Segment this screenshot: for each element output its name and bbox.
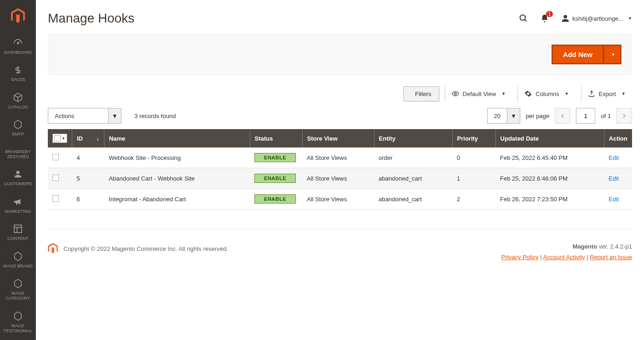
- hooks-table: ▼ ID ↓ Name Status Store View Entity Pri…: [48, 129, 632, 210]
- privacy-link[interactable]: Privacy Policy: [501, 254, 539, 261]
- per-page-label: per page: [526, 113, 549, 119]
- magento-logo[interactable]: [0, 0, 36, 32]
- layout-icon: [13, 224, 23, 234]
- svg-line-5: [525, 20, 527, 22]
- cell-action: Edit: [604, 147, 632, 168]
- export-selector[interactable]: Export ▼: [581, 86, 632, 102]
- checkbox-icon: [54, 135, 61, 142]
- pager-next[interactable]: [616, 108, 632, 124]
- eye-icon: [452, 90, 459, 97]
- edit-link[interactable]: Edit: [609, 175, 619, 182]
- col-status[interactable]: Status: [250, 129, 302, 147]
- checkbox-icon: [52, 175, 59, 181]
- sidebar-item-dashboard[interactable]: DASHBOARD: [0, 32, 36, 59]
- hex-icon: [13, 278, 23, 289]
- sidebar-item-mage-category[interactable]: MAGE CATEGORY: [0, 273, 36, 306]
- sidebar-item-catalog[interactable]: CATALOG: [0, 87, 36, 114]
- add-new-button[interactable]: Add New: [552, 45, 604, 64]
- sidebar-item-label: CATALOG: [8, 104, 28, 109]
- view-label: Default View: [463, 91, 496, 97]
- sidebar-item-label: BRANDS(BY ZESTARD): [2, 149, 34, 159]
- col-entity[interactable]: Entity: [374, 129, 452, 147]
- sidebar-item-mage-brand[interactable]: MAGE BRAND: [0, 246, 36, 273]
- sidebar-item-label: CONTENT: [7, 236, 29, 241]
- sort-icon: ↓: [96, 135, 99, 142]
- sidebar-item-label: MAGE CATEGORY: [2, 290, 34, 301]
- cell-name: Abandoned Cart - Webhook Site: [104, 168, 250, 189]
- chevron-down-icon: ▼: [108, 108, 121, 123]
- view-selector[interactable]: Default View ▼: [445, 86, 512, 102]
- cell-priority: 0: [452, 147, 495, 168]
- svg-point-4: [520, 15, 526, 21]
- notifications-icon[interactable]: 1: [540, 14, 549, 23]
- sidebar: DASHBOARDSALESCATALOGSMTPBRANDS(BY ZESTA…: [0, 0, 36, 340]
- sidebar-item-label: SALES: [11, 77, 25, 82]
- cell-name: Webhook Site - Processing: [104, 147, 250, 168]
- col-updated[interactable]: Updated Date: [495, 129, 604, 147]
- cube-icon: [13, 92, 23, 102]
- row-checkbox[interactable]: [48, 189, 72, 210]
- sidebar-item-brands-by-zestard-[interactable]: BRANDS(BY ZESTARD): [0, 142, 36, 164]
- select-all-checkbox[interactable]: ▼: [52, 134, 67, 143]
- page-title: Manage Hooks: [48, 11, 519, 26]
- col-action[interactable]: Action: [604, 129, 632, 147]
- activity-link[interactable]: Account Activity: [543, 254, 585, 261]
- chevron-down-icon: ▼: [611, 52, 615, 57]
- cell-status: ENABLE: [250, 168, 302, 189]
- add-new: Add New ▼: [552, 45, 621, 64]
- row-checkbox[interactable]: [48, 168, 72, 189]
- row-checkbox[interactable]: [48, 147, 72, 168]
- table-row: 6Integromat - Abandoned CartENABLEAll St…: [48, 189, 632, 210]
- sidebar-item-sales[interactable]: SALES: [0, 59, 36, 86]
- actions-select[interactable]: Actions ▼: [48, 108, 121, 124]
- pager-of: of 1: [601, 113, 611, 119]
- col-priority[interactable]: Priority: [452, 129, 495, 147]
- version: ver. 2.4.2-p1: [599, 243, 632, 250]
- edit-link[interactable]: Edit: [609, 196, 619, 203]
- chevron-left-icon: [560, 113, 565, 118]
- export-icon: [588, 90, 595, 97]
- username: kshitij@artlounge...: [572, 15, 623, 22]
- sidebar-item-smtp[interactable]: SMTP: [0, 114, 36, 141]
- cell-store-view: All Store Views: [302, 147, 374, 168]
- cell-store-view: All Store Views: [302, 189, 374, 210]
- dollar-icon: [13, 65, 23, 75]
- pager-input[interactable]: [576, 108, 595, 124]
- gauge-icon: [13, 38, 23, 48]
- col-id[interactable]: ID ↓: [72, 129, 104, 147]
- notification-badge: 1: [546, 11, 553, 17]
- sidebar-item-mage-testimonial[interactable]: MAGE TESTIMONIAL: [0, 306, 36, 338]
- actionbar: Add New ▼: [48, 34, 632, 75]
- cell-id: 5: [72, 168, 104, 189]
- chevron-down-icon: ▼: [501, 91, 506, 96]
- sidebar-item-marketing[interactable]: MARKETING: [0, 191, 36, 218]
- cell-entity: abandoned_cart: [374, 189, 452, 210]
- sidebar-item-mega-menu[interactable]: MEGA MENU: [0, 338, 36, 340]
- report-link[interactable]: Report an Issue: [590, 254, 632, 261]
- page-size-value: 20: [488, 108, 507, 123]
- edit-link[interactable]: Edit: [609, 154, 619, 161]
- search-icon[interactable]: [519, 14, 528, 23]
- gear-icon: [524, 90, 532, 97]
- grid-toolbar: Filters Default View ▼ Columns ▼ Export …: [48, 86, 632, 102]
- status-badge: ENABLE: [254, 194, 296, 204]
- col-id-label: ID: [77, 135, 83, 142]
- sidebar-item-content[interactable]: CONTENT: [0, 218, 36, 245]
- cell-id: 4: [72, 147, 104, 168]
- col-checkbox[interactable]: ▼: [48, 129, 72, 147]
- hex-icon: [13, 119, 23, 130]
- sidebar-item-customers[interactable]: CUSTOMERS: [0, 164, 36, 191]
- cell-priority: 1: [452, 168, 495, 189]
- cell-name: Integromat - Abandoned Cart: [104, 189, 250, 210]
- actions-label: Actions: [48, 108, 108, 123]
- checkbox-icon: [52, 154, 59, 160]
- user-menu[interactable]: kshitij@artlounge... ▼: [561, 14, 632, 23]
- page-size-select[interactable]: 20 ▼: [487, 108, 520, 124]
- col-store-view[interactable]: Store View: [302, 129, 374, 147]
- columns-selector[interactable]: Columns ▼: [518, 86, 575, 102]
- status-badge: ENABLE: [254, 174, 296, 183]
- add-new-toggle[interactable]: ▼: [604, 45, 621, 64]
- filters-button[interactable]: Filters: [403, 86, 439, 102]
- col-name[interactable]: Name: [104, 129, 250, 147]
- pager-prev[interactable]: [555, 108, 570, 124]
